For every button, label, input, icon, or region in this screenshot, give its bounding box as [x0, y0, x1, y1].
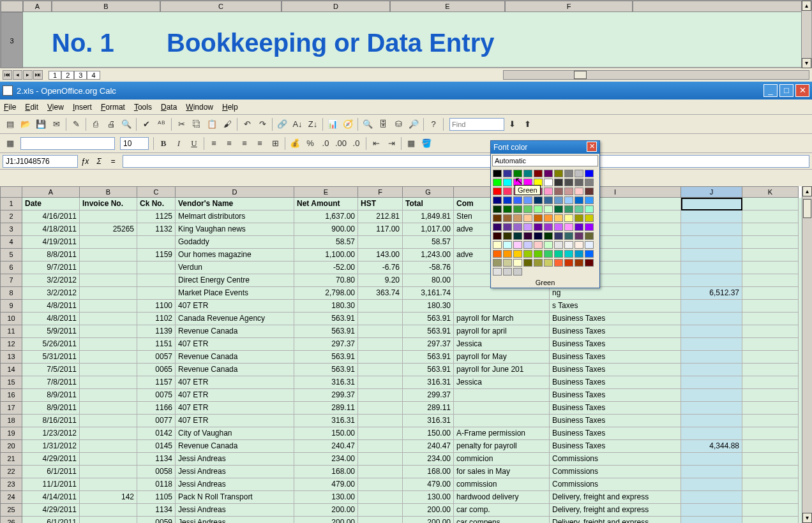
cell[interactable] [454, 415, 550, 427]
maximize-button[interactable]: □ [779, 84, 793, 97]
cell[interactable]: Delivery, freight and express [550, 491, 681, 504]
cell[interactable] [80, 466, 137, 478]
color-swatch[interactable] [564, 241, 573, 249]
color-swatch[interactable] [554, 232, 563, 240]
color-swatch[interactable] [564, 179, 573, 186]
cell[interactable]: 9.20 [358, 274, 403, 287]
cell[interactable]: 0142 [137, 427, 176, 440]
cell[interactable]: Revenue Canada [176, 351, 294, 364]
cell[interactable]: Business Taxes [550, 325, 681, 338]
color-swatch[interactable] [513, 170, 522, 177]
cell[interactable]: Pack N Roll Transport [176, 491, 294, 504]
color-swatch[interactable] [523, 214, 532, 222]
cell[interactable]: commicion [454, 453, 550, 466]
row-header-17[interactable]: 17 [0, 402, 22, 415]
cell[interactable] [681, 504, 742, 517]
format-paint-icon[interactable]: 🖌 [220, 117, 234, 131]
cell[interactable]: 9/7/2011 [22, 262, 80, 274]
cell[interactable] [80, 287, 137, 300]
row-header-5[interactable]: 5 [0, 249, 22, 262]
color-swatch[interactable] [554, 214, 563, 222]
top-col-A[interactable]: A [23, 1, 52, 12]
cell[interactable]: Jessi Andreas [176, 466, 294, 478]
cell[interactable] [80, 415, 137, 427]
cell[interactable] [80, 338, 137, 351]
menu-edit[interactable]: Edit [25, 103, 38, 112]
cell[interactable]: 8/9/2011 [22, 402, 80, 415]
cell[interactable]: s Taxes [550, 300, 681, 313]
color-swatch[interactable] [503, 259, 512, 267]
align-justify-icon[interactable]: ≡ [253, 136, 267, 151]
menu-help[interactable]: Help [222, 103, 238, 112]
cell[interactable] [358, 427, 403, 440]
cell[interactable]: 900.00 [294, 223, 358, 236]
cell[interactable]: 1100 [137, 300, 176, 313]
cell[interactable]: penalty for payroll [454, 440, 550, 453]
pdf-icon[interactable]: ⎙ [89, 117, 103, 131]
cell[interactable]: Delivery, freight and express [550, 517, 681, 523]
cell[interactable] [681, 517, 742, 523]
color-swatch[interactable] [534, 214, 543, 222]
cell[interactable]: 407 ETR [176, 415, 294, 427]
indent-dec-icon[interactable]: ⇤ [369, 136, 383, 151]
preview-icon[interactable]: 🔍 [119, 117, 133, 131]
cell[interactable]: 3/2/2012 [22, 287, 80, 300]
minimize-button[interactable]: _ [763, 84, 778, 97]
last-sheet-button[interactable]: ⏭ [33, 70, 43, 80]
cell[interactable]: 200.00 [294, 517, 358, 523]
cell[interactable] [80, 300, 137, 313]
color-swatch[interactable] [523, 259, 532, 267]
cell[interactable]: 200.00 [294, 504, 358, 517]
cell[interactable] [358, 415, 403, 427]
cell[interactable] [80, 517, 137, 523]
cell[interactable]: 297.37 [294, 338, 358, 351]
cell[interactable]: Jessica [454, 376, 550, 389]
cell[interactable] [742, 338, 799, 351]
align-center-icon[interactable]: ≡ [222, 136, 236, 151]
next-sheet-button[interactable]: ▸ [23, 70, 33, 80]
cell[interactable]: Melmart distributors [176, 210, 294, 223]
decimal-remove-icon[interactable]: .0 [349, 136, 363, 151]
cell[interactable]: 1125 [137, 210, 176, 223]
spellcheck-icon[interactable]: ✔ [139, 117, 153, 131]
header-cell[interactable]: HST [358, 198, 403, 210]
cell[interactable] [742, 453, 799, 466]
row-header-2[interactable]: 2 [0, 210, 22, 223]
cell[interactable] [742, 402, 799, 415]
menu-tools[interactable]: Tools [134, 103, 152, 112]
cell[interactable] [80, 210, 137, 223]
navigator-icon[interactable]: 🧭 [341, 117, 355, 131]
top-col-D[interactable]: D [282, 1, 390, 12]
color-swatch[interactable] [493, 259, 502, 267]
find-icon[interactable]: 🔍 [361, 117, 375, 131]
sort-asc-icon[interactable]: A↓ [290, 117, 304, 131]
cell[interactable]: 1105 [137, 491, 176, 504]
cell[interactable] [358, 364, 403, 376]
cell[interactable]: 4/8/2011 [22, 300, 80, 313]
scroll-up-icon[interactable]: ▴ [802, 1, 811, 11]
cell[interactable]: Revenue Canada [176, 364, 294, 376]
cell[interactable]: -6.76 [358, 262, 403, 274]
cell[interactable] [80, 402, 137, 415]
cell[interactable] [742, 478, 799, 491]
color-swatch[interactable] [575, 179, 583, 186]
menu-insert[interactable]: Insert [73, 103, 92, 112]
cell[interactable]: Business Taxes [550, 402, 681, 415]
top-col-C[interactable]: C [160, 1, 282, 12]
cell[interactable] [80, 504, 137, 517]
color-swatch[interactable] [534, 259, 543, 267]
cell[interactable] [454, 287, 550, 300]
color-swatch[interactable] [564, 170, 573, 177]
color-swatch[interactable] [544, 241, 553, 249]
color-swatch[interactable] [503, 223, 512, 231]
row-header-3[interactable]: 3 [0, 223, 22, 236]
cell[interactable] [137, 287, 176, 300]
cell[interactable]: payroll for May [454, 351, 550, 364]
header-cell[interactable]: Invoice No. [80, 198, 137, 210]
cell[interactable]: 80.00 [403, 274, 454, 287]
cell[interactable]: Revenue Canada [176, 325, 294, 338]
cell[interactable] [358, 351, 403, 364]
top-col-B[interactable]: B [52, 1, 160, 12]
cell[interactable]: A-Frame permission [454, 427, 550, 440]
cell[interactable]: 70.80 [294, 274, 358, 287]
